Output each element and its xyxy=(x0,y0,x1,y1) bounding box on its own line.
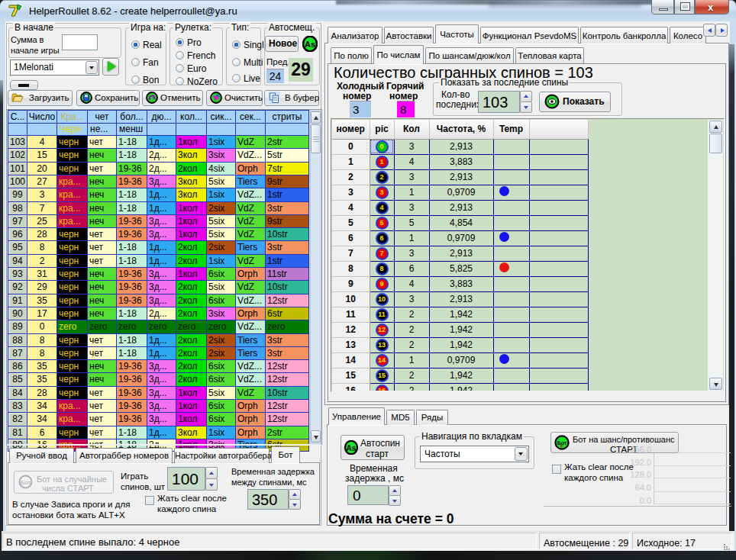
svg-text:Бот: Бот xyxy=(557,440,567,446)
svg-text:Бот: Бот xyxy=(21,479,31,486)
svg-text:As: As xyxy=(347,444,357,452)
svg-text:As: As xyxy=(305,40,315,49)
